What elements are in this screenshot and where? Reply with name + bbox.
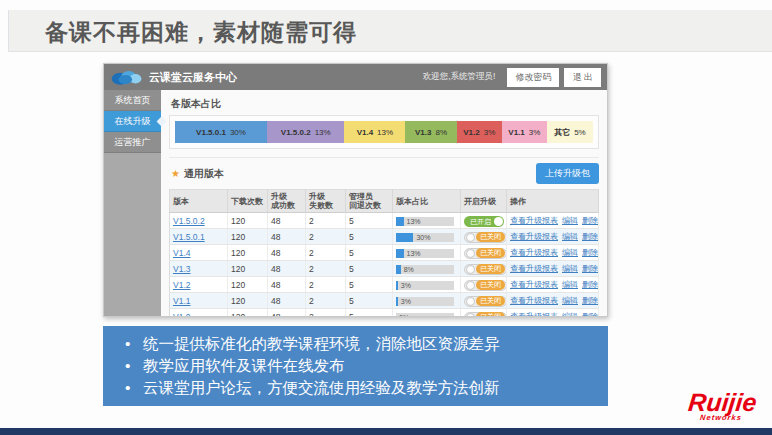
view-report-link[interactable]: 查看升级报表 <box>510 248 558 257</box>
sidebar-item-online-upgrade[interactable]: 在线升级 <box>104 111 161 132</box>
segment-value: 30% <box>230 128 246 137</box>
view-report-link[interactable]: 查看升级报表 <box>510 312 558 316</box>
toggle-label: 已关闭 <box>476 248 505 258</box>
progress-bar: 30% <box>396 233 454 242</box>
view-report-link[interactable]: 查看升级报表 <box>510 264 558 273</box>
version-link[interactable]: V1.5.0.2 <box>173 216 205 226</box>
delete-link[interactable]: 删除 <box>582 264 598 273</box>
upgrade-toggle[interactable]: 已关闭 <box>464 264 507 275</box>
actions-cell: 查看升级报表编辑删除 <box>507 277 599 293</box>
success-cell: 48 <box>268 261 306 277</box>
version-link[interactable]: V1.5.0.1 <box>173 232 205 242</box>
actions-cell: 查看升级报表编辑删除 <box>507 293 599 309</box>
fail-cell: 2 <box>306 293 346 309</box>
edit-link[interactable]: 编辑 <box>562 248 578 257</box>
view-report-link[interactable]: 查看升级报表 <box>510 216 558 225</box>
upgrade-toggle[interactable]: 已开启 <box>464 216 504 227</box>
edit-link[interactable]: 编辑 <box>562 264 578 273</box>
stacked-bar-segment: 其它5% <box>547 121 593 143</box>
rollback-cell: 5 <box>346 309 393 316</box>
stacked-bar-segment: V1.38% <box>405 121 457 143</box>
table-row: V1.112048253%已关闭查看升级报表编辑删除 <box>170 293 599 309</box>
column-header: 管理员 回退次数 <box>346 190 393 213</box>
actions-cell: 查看升级报表编辑删除 <box>507 245 599 261</box>
sidebar: 系统首页 在线升级 运营推广 <box>104 90 161 316</box>
progress-fill <box>396 281 398 290</box>
upgrade-toggle[interactable]: 已关闭 <box>464 312 507 317</box>
sidebar-item-promotion[interactable]: 运营推广 <box>104 132 161 153</box>
delete-link[interactable]: 删除 <box>582 296 598 305</box>
fail-cell: 2 <box>306 213 346 229</box>
edit-link[interactable]: 编辑 <box>562 232 578 241</box>
change-password-button[interactable]: 修改密码 <box>507 68 559 87</box>
sidebar-item-home[interactable]: 系统首页 <box>104 90 161 111</box>
bullet-item: 统一提供标准化的教学课程环境，消除地区资源差异 <box>117 333 594 355</box>
upgrade-toggle[interactable]: 已关闭 <box>464 248 507 259</box>
version-cell: V1.1 <box>170 293 228 309</box>
edit-link[interactable]: 编辑 <box>562 216 578 225</box>
delete-link[interactable]: 删除 <box>582 248 598 257</box>
progress-bar: 13% <box>396 217 454 226</box>
fail-cell: 2 <box>306 261 346 277</box>
share-cell: 30% <box>393 229 461 245</box>
version-share-chart: V1.5.0.130%V1.5.0.213%V1.413%V1.38%V1.23… <box>169 115 599 149</box>
actions-cell: 查看升级报表编辑删除 <box>507 229 599 245</box>
view-report-link[interactable]: 查看升级报表 <box>510 232 558 241</box>
edit-link[interactable]: 编辑 <box>562 312 578 316</box>
logout-button[interactable]: 退 出 <box>564 68 601 87</box>
toggle-cell: 已关闭 <box>461 277 507 293</box>
upgrade-toggle[interactable]: 已关闭 <box>464 232 507 243</box>
upgrade-toggle[interactable]: 已关闭 <box>464 296 507 307</box>
version-link[interactable]: V1.4 <box>173 248 191 258</box>
table-head: 版本下载次数升级 成功数升级 失败数管理员 回退次数版本占比开启升级操作 <box>170 190 599 213</box>
downloads-cell: 120 <box>228 245 268 261</box>
version-link[interactable]: V1.0 <box>173 312 191 316</box>
version-link[interactable]: V1.2 <box>173 280 191 290</box>
table-row: V1.212048253%已关闭查看升级报表编辑删除 <box>170 277 599 293</box>
toggle-label: 已开启 <box>465 216 494 227</box>
segment-value: 8% <box>435 128 447 137</box>
segment-value: 5% <box>574 128 586 137</box>
delete-link[interactable]: 删除 <box>582 216 598 225</box>
progress-label: 30% <box>416 234 430 241</box>
progress-bar: 0% <box>396 313 454 316</box>
upload-package-button[interactable]: 上传升级包 <box>536 163 599 184</box>
edit-link[interactable]: 编辑 <box>562 296 578 305</box>
table-header-row: 版本下载次数升级 成功数升级 失败数管理员 回退次数版本占比开启升级操作 <box>170 190 599 213</box>
progress-label: 3% <box>401 298 411 305</box>
app-header: 云课堂云服务中心 欢迎您,系统管理员! 修改密码 退 出 <box>104 64 607 90</box>
share-cell: 3% <box>393 277 461 293</box>
toggle-knob <box>466 249 475 258</box>
toggle-cell: 已关闭 <box>461 261 507 277</box>
progress-label: 3% <box>401 282 411 289</box>
segment-value: 3% <box>484 128 496 137</box>
downloads-cell: 120 <box>228 277 268 293</box>
table-section-title: 通用版本 <box>184 167 224 181</box>
toggle-cell: 已关闭 <box>461 293 507 309</box>
stacked-bar-segment: V1.413% <box>344 121 405 143</box>
view-report-link[interactable]: 查看升级报表 <box>510 296 558 305</box>
edit-link[interactable]: 编辑 <box>562 280 578 289</box>
upgrade-toggle[interactable]: 已关闭 <box>464 280 507 291</box>
fail-cell: 2 <box>306 229 346 245</box>
downloads-cell: 120 <box>228 213 268 229</box>
cloud-logo-icon <box>110 68 144 86</box>
progress-bar: 3% <box>396 281 454 290</box>
segment-label: V1.3 <box>415 128 431 137</box>
rollback-cell: 5 <box>346 213 393 229</box>
progress-fill <box>396 233 413 242</box>
delete-link[interactable]: 删除 <box>582 280 598 289</box>
progress-label: 13% <box>407 218 421 225</box>
stacked-bar-segment: V1.13% <box>502 121 547 143</box>
delete-link[interactable]: 删除 <box>582 312 598 316</box>
toggle-label: 已关闭 <box>476 280 505 290</box>
view-report-link[interactable]: 查看升级报表 <box>510 280 558 289</box>
version-link[interactable]: V1.3 <box>173 264 191 274</box>
stacked-bar-segment: V1.5.0.130% <box>175 121 267 143</box>
progress-fill <box>396 265 401 274</box>
share-cell: 13% <box>393 213 461 229</box>
welcome-text: 欢迎您,系统管理员! <box>423 71 496 83</box>
version-link[interactable]: V1.1 <box>173 296 191 306</box>
progress-bar: 8% <box>396 265 454 274</box>
delete-link[interactable]: 删除 <box>582 232 598 241</box>
